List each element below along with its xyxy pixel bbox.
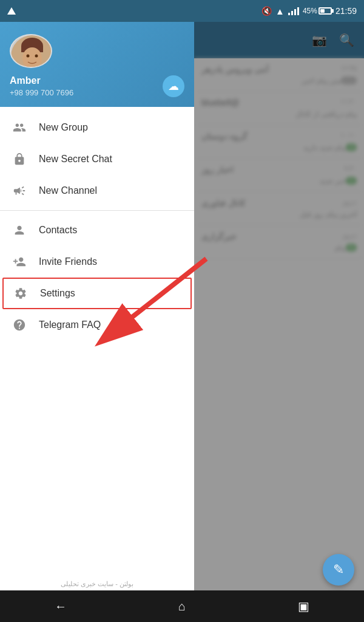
settings-label: Settings: [40, 288, 75, 299]
people-icon: [12, 120, 27, 135]
avatar: [10, 34, 52, 68]
home-button[interactable]: ⌂: [164, 594, 200, 618]
menu-item-contacts[interactable]: Contacts: [0, 214, 194, 246]
lock-icon: [12, 152, 27, 166]
menu-divider: [0, 210, 194, 211]
recents-icon: ▣: [298, 599, 309, 613]
menu-item-new-channel[interactable]: New Channel: [0, 175, 194, 207]
app-container: 📷 🔍 آنتی ویروس پادزهر ۱۲:۴۵ ✓✓ متن پیام …: [0, 22, 364, 622]
telegram-faq-label: Telegram FAQ: [39, 320, 101, 330]
watermark: بولتن - سایت خبری تحلیلی: [0, 580, 194, 588]
svg-point-5: [35, 55, 38, 58]
invite-friends-label: Invite Friends: [39, 256, 97, 267]
bullhorn-icon: [12, 183, 27, 198]
compose-button[interactable]: ✎: [323, 554, 354, 586]
back-button[interactable]: ←: [42, 594, 79, 618]
status-bar-right: 🔇 ▲ 45% 21:59: [261, 6, 357, 16]
home-icon: ⌂: [178, 600, 186, 613]
drawer-menu: New Group New Secret Chat New Chan: [0, 107, 194, 622]
status-bar-left: [7, 7, 16, 15]
gear-icon: [13, 286, 28, 301]
person-icon: [12, 223, 27, 238]
drawer-header: Amber +98 999 700 7696 ☁: [0, 22, 194, 107]
new-channel-label: New Channel: [39, 185, 97, 196]
compose-icon: ✎: [333, 562, 344, 578]
menu-item-telegram-faq[interactable]: Telegram FAQ: [0, 309, 194, 341]
contacts-label: Contacts: [39, 225, 77, 236]
drawer-phone: +98 999 700 7696: [10, 88, 184, 97]
menu-item-invite-friends[interactable]: Invite Friends: [0, 246, 194, 278]
cloud-icon: ☁: [168, 80, 179, 93]
status-time: 21:59: [335, 6, 357, 16]
bottom-navigation: ← ⌂ ▣: [0, 590, 364, 622]
back-icon: ←: [55, 600, 67, 613]
new-group-label: New Group: [39, 122, 88, 133]
battery-icon: 45%: [303, 7, 332, 15]
svg-point-4: [27, 55, 30, 58]
user-info: Amber +98 999 700 7696: [10, 75, 184, 97]
menu-item-new-group[interactable]: New Group: [0, 112, 194, 143]
question-icon: [12, 318, 27, 332]
menu-item-new-secret-chat[interactable]: New Secret Chat: [0, 143, 194, 175]
status-bar: 🔇 ▲ 45% 21:59: [0, 0, 364, 22]
new-secret-chat-label: New Secret Chat: [39, 154, 112, 165]
signal-icon: [288, 7, 299, 15]
drawer-username: Amber: [10, 75, 184, 86]
warning-icon: [7, 7, 16, 15]
drawer: Amber +98 999 700 7696 ☁ New Group: [0, 22, 194, 622]
mute-icon: 🔇: [261, 6, 272, 16]
recents-button[interactable]: ▣: [285, 594, 322, 618]
wifi-icon: ▲: [275, 6, 285, 16]
person-add-icon: [12, 255, 27, 269]
cloud-button[interactable]: ☁: [163, 75, 184, 97]
menu-item-settings[interactable]: Settings: [2, 278, 192, 309]
